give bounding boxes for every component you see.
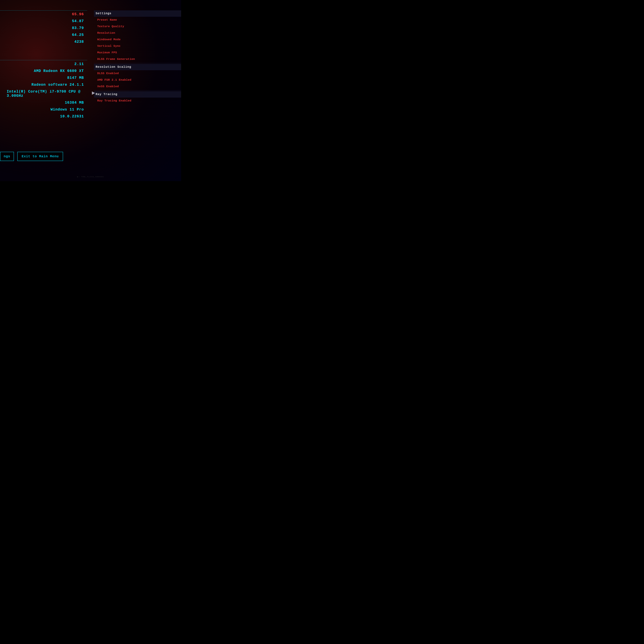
stat-row: 2.11 bbox=[7, 61, 84, 68]
settings-section-0: SettingsPreset NameTexture QualityResolu… bbox=[94, 10, 181, 63]
settings-item-0-0[interactable]: Preset Name bbox=[94, 17, 181, 23]
stat-row: 8147 MB bbox=[7, 74, 84, 81]
settings-item-1-1[interactable]: AMD FSR 2.1 Enabled bbox=[94, 77, 181, 83]
settings-section-1: Resolution ScalingDLSS EnabledAMD FSR 2.… bbox=[94, 64, 181, 91]
stat-row: 83.79 bbox=[7, 25, 84, 32]
stat-row: Radeon software 24.1.1 bbox=[7, 81, 84, 88]
settings-section-2: Ray TracingRay Tracing Enabled bbox=[94, 91, 181, 104]
stat-row: 4238 bbox=[7, 38, 84, 45]
settings-button[interactable]: ngs bbox=[0, 152, 14, 161]
stat-row: 16384 MB bbox=[7, 99, 84, 106]
settings-item-0-4[interactable]: Vertical Sync bbox=[94, 43, 181, 49]
stat-row: Windows 11 Pro bbox=[7, 106, 84, 113]
stat-value-bottom-6: Windows 11 Pro bbox=[50, 108, 84, 112]
stat-row: 64.25 bbox=[7, 32, 84, 38]
settings-item-0-5[interactable]: Maximum FPS bbox=[94, 49, 181, 56]
exit-main-menu-button[interactable]: Exit to Main Menu bbox=[17, 152, 63, 161]
stat-value-top-0: 65.96 bbox=[72, 12, 84, 16]
settings-item-0-1[interactable]: Texture Quality bbox=[94, 23, 181, 30]
bottom-bar: ngs Exit to Main Menu bbox=[0, 152, 181, 161]
section-header-1: Resolution Scaling bbox=[94, 64, 181, 70]
stat-value-top-3: 64.25 bbox=[72, 33, 84, 37]
stat-value-top-1: 54.87 bbox=[72, 19, 84, 23]
stats-bottom-section: 2.11AMD Radeon RX 6600 XT8147 MBRadeon s… bbox=[7, 61, 87, 120]
stat-row: AMD Radeon RX 6600 XT bbox=[7, 68, 84, 74]
section-divider bbox=[94, 63, 181, 63]
cursor-arrow bbox=[92, 91, 95, 95]
stat-value-bottom-2: 8147 MB bbox=[67, 76, 84, 80]
mid-divider bbox=[0, 60, 87, 60]
stat-value-bottom-4: Intel(R) Core(TM) i7-9700 CPU @ 3.00GHz bbox=[7, 90, 84, 98]
stat-value-top-2: 83.79 bbox=[72, 26, 84, 30]
stat-row: 54.87 bbox=[7, 18, 84, 25]
watermark: ▶— TRN_TLCAS_600095 bbox=[0, 176, 181, 178]
stat-value-top-4: 4238 bbox=[74, 40, 84, 44]
top-divider bbox=[0, 10, 87, 11]
settings-item-1-0[interactable]: DLSS Enabled bbox=[94, 70, 181, 77]
stat-value-bottom-5: 16384 MB bbox=[65, 101, 84, 105]
stat-value-bottom-7: 10.0.22631 bbox=[60, 114, 84, 119]
stat-row: 65.96 bbox=[7, 11, 84, 18]
section-divider bbox=[94, 90, 181, 91]
stat-value-bottom-0: 2.11 bbox=[74, 62, 84, 66]
settings-item-0-2[interactable]: Resolution bbox=[94, 30, 181, 36]
settings-item-0-6[interactable]: DLSS Frame Generation bbox=[94, 56, 181, 62]
stat-value-bottom-3: Radeon software 24.1.1 bbox=[32, 83, 84, 87]
watermark-text: TRN_TLCAS_600095 bbox=[81, 176, 104, 178]
stat-row: Intel(R) Core(TM) i7-9700 CPU @ 3.00GHz bbox=[7, 88, 84, 99]
section-header-0: Settings bbox=[94, 10, 181, 17]
settings-item-2-0[interactable]: Ray Tracing Enabled bbox=[94, 97, 181, 104]
right-panel: SettingsPreset NameTexture QualityResolu… bbox=[94, 10, 181, 104]
stat-value-bottom-1: AMD Radeon RX 6600 XT bbox=[34, 69, 84, 73]
stats-top-section: 65.9654.8783.7964.254238 bbox=[7, 11, 87, 45]
settings-item-1-2[interactable]: XeSS Enabled bbox=[94, 83, 181, 90]
watermark-icon: ▶— bbox=[77, 176, 80, 178]
settings-item-0-3[interactable]: Windowed Mode bbox=[94, 36, 181, 43]
section-header-2: Ray Tracing bbox=[94, 91, 181, 97]
stat-row: 10.0.22631 bbox=[7, 113, 84, 120]
